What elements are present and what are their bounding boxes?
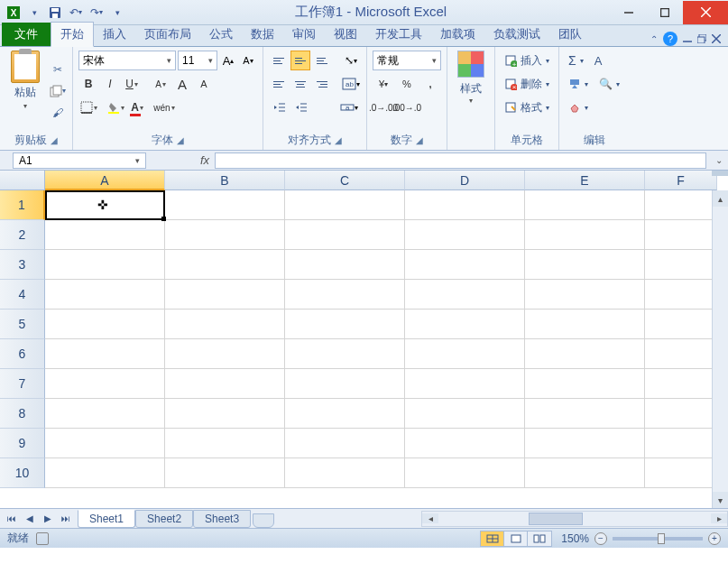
tab-formulas[interactable]: 公式 bbox=[200, 23, 242, 46]
alignment-dialog-launcher[interactable]: ◢ bbox=[335, 135, 342, 145]
ribbon-minimize-icon[interactable]: ⌃ bbox=[650, 34, 658, 44]
row-header-4[interactable]: 4 bbox=[0, 280, 45, 310]
zoom-in-button[interactable]: + bbox=[708, 532, 721, 545]
formula-expand-icon[interactable]: ⌄ bbox=[710, 155, 728, 165]
font-size-combo[interactable]: 11▾ bbox=[178, 51, 217, 70]
col-header-b[interactable]: B bbox=[165, 171, 285, 190]
view-page-layout-icon[interactable] bbox=[504, 531, 528, 546]
view-normal-icon[interactable] bbox=[481, 531, 504, 546]
cell-styles-button[interactable]: 样式 ▾ bbox=[453, 51, 489, 146]
row-header-5[interactable]: 5 bbox=[0, 310, 45, 339]
col-header-f[interactable]: F bbox=[645, 171, 717, 190]
comma-format-icon[interactable]: , bbox=[419, 74, 441, 94]
vertical-scrollbar[interactable]: ▴ ▾ bbox=[712, 190, 728, 508]
clipboard-dialog-launcher[interactable]: ◢ bbox=[51, 135, 58, 145]
align-top-icon[interactable] bbox=[269, 51, 289, 70]
doc-restore-icon[interactable] bbox=[697, 34, 706, 43]
font-small-a[interactable]: A bbox=[194, 74, 214, 94]
doc-close-icon[interactable] bbox=[712, 34, 721, 43]
sheet-nav-last-icon[interactable]: ⏭ bbox=[58, 511, 74, 527]
tab-home[interactable]: 开始 bbox=[51, 22, 94, 47]
view-page-break-icon[interactable] bbox=[528, 531, 551, 546]
save-icon[interactable] bbox=[46, 4, 64, 22]
cells-area[interactable]: ✜ bbox=[45, 190, 728, 508]
row-header-9[interactable]: 9 bbox=[0, 429, 45, 458]
italic-button[interactable]: I bbox=[100, 74, 120, 94]
file-tab[interactable]: 文件 bbox=[2, 23, 51, 46]
bold-button[interactable]: B bbox=[78, 74, 98, 94]
increase-indent-icon[interactable] bbox=[290, 97, 310, 117]
shrink-font-icon[interactable]: A▾ bbox=[239, 51, 257, 70]
grow-font-icon[interactable]: A▴ bbox=[219, 51, 237, 70]
close-button[interactable] bbox=[683, 1, 728, 24]
qat-dropdown-icon[interactable]: ▾ bbox=[25, 4, 43, 22]
decrease-indent-icon[interactable] bbox=[269, 97, 289, 117]
align-bottom-icon[interactable] bbox=[312, 51, 332, 70]
paste-button[interactable]: 粘贴 ▾ bbox=[5, 51, 45, 131]
format-painter-icon[interactable]: 🖌 bbox=[49, 104, 67, 122]
doc-minimize-icon[interactable] bbox=[683, 34, 692, 43]
horizontal-scrollbar[interactable]: ◂ ▸ bbox=[421, 511, 728, 527]
col-header-c[interactable]: C bbox=[285, 171, 405, 190]
align-center-icon[interactable] bbox=[290, 74, 310, 94]
cut-icon[interactable]: ✂ bbox=[49, 60, 67, 79]
col-header-a[interactable]: A bbox=[45, 171, 165, 190]
sheet-nav-next-icon[interactable]: ▶ bbox=[40, 511, 56, 527]
excel-app-icon[interactable]: X bbox=[5, 4, 23, 22]
vertical-split-handle[interactable] bbox=[712, 171, 728, 176]
qat-customize-icon[interactable]: ▾ bbox=[108, 4, 126, 22]
accounting-format-icon[interactable]: ¥▾ bbox=[373, 74, 394, 94]
hscroll-thumb[interactable] bbox=[529, 513, 583, 525]
scroll-left-icon[interactable]: ◂ bbox=[422, 513, 438, 523]
insert-cells-button[interactable]: +插入▾ bbox=[501, 51, 553, 70]
autosum-button[interactable]: Σ▾A bbox=[565, 51, 623, 70]
tab-review[interactable]: 审阅 bbox=[283, 23, 325, 46]
sheet-nav-first-icon[interactable]: ⏮ bbox=[4, 511, 20, 527]
maximize-button[interactable] bbox=[647, 1, 683, 24]
tab-insert[interactable]: 插入 bbox=[94, 23, 135, 46]
scroll-up-icon[interactable]: ▴ bbox=[713, 190, 728, 207]
scroll-right-icon[interactable]: ▸ bbox=[711, 513, 727, 523]
tab-load-test[interactable]: 负载测试 bbox=[484, 23, 549, 46]
tab-page-layout[interactable]: 页面布局 bbox=[135, 23, 200, 46]
row-header-7[interactable]: 7 bbox=[0, 369, 45, 399]
row-header-1[interactable]: 1 bbox=[0, 190, 45, 220]
clear-button[interactable]: ▾ bbox=[565, 97, 623, 117]
col-header-e[interactable]: E bbox=[525, 171, 645, 190]
font-dialog-launcher[interactable]: ◢ bbox=[177, 135, 184, 145]
tab-addins[interactable]: 加载项 bbox=[431, 23, 484, 46]
align-left-icon[interactable] bbox=[269, 74, 289, 94]
underline-button[interactable]: U▾ bbox=[122, 74, 142, 94]
font-name-combo[interactable]: 宋体▾ bbox=[78, 51, 176, 70]
zoom-level[interactable]: 150% bbox=[561, 532, 589, 545]
phonetic-button[interactable]: wén▾ bbox=[154, 97, 174, 117]
fill-button[interactable]: ▾🔍▾ bbox=[565, 74, 623, 94]
copy-icon[interactable]: ▾ bbox=[49, 82, 67, 100]
sheet-tab-2[interactable]: Sheet2 bbox=[135, 510, 193, 528]
zoom-slider[interactable] bbox=[613, 537, 703, 541]
zoom-out-button[interactable]: − bbox=[594, 532, 607, 545]
macro-record-icon[interactable] bbox=[36, 532, 49, 545]
tab-team[interactable]: 团队 bbox=[549, 23, 591, 46]
row-header-3[interactable]: 3 bbox=[0, 250, 45, 280]
format-cells-button[interactable]: 格式▾ bbox=[501, 97, 553, 117]
sheet-nav-prev-icon[interactable]: ◀ bbox=[22, 511, 38, 527]
row-header-2[interactable]: 2 bbox=[0, 220, 45, 250]
formula-input[interactable] bbox=[215, 152, 706, 169]
decrease-decimal-icon[interactable]: .00→.0 bbox=[396, 97, 418, 117]
row-header-10[interactable]: 10 bbox=[0, 458, 45, 488]
scroll-down-icon[interactable]: ▾ bbox=[713, 492, 728, 508]
fx-icon[interactable]: fx bbox=[200, 153, 209, 167]
number-dialog-launcher[interactable]: ◢ bbox=[416, 135, 423, 145]
new-sheet-button[interactable] bbox=[253, 513, 274, 528]
help-icon[interactable]: ? bbox=[663, 32, 677, 46]
orientation-icon[interactable]: ⤡▾ bbox=[341, 51, 361, 70]
tab-view[interactable]: 视图 bbox=[325, 23, 366, 46]
font-color-button[interactable]: A▾ bbox=[127, 97, 147, 117]
minimize-button[interactable] bbox=[611, 1, 647, 24]
name-box[interactable]: A1▾ bbox=[13, 152, 146, 169]
tab-developer[interactable]: 开发工具 bbox=[366, 23, 431, 46]
zoom-thumb[interactable] bbox=[658, 533, 665, 544]
delete-cells-button[interactable]: ×删除▾ bbox=[501, 74, 553, 94]
fill-color-button[interactable]: ▾ bbox=[106, 97, 125, 117]
